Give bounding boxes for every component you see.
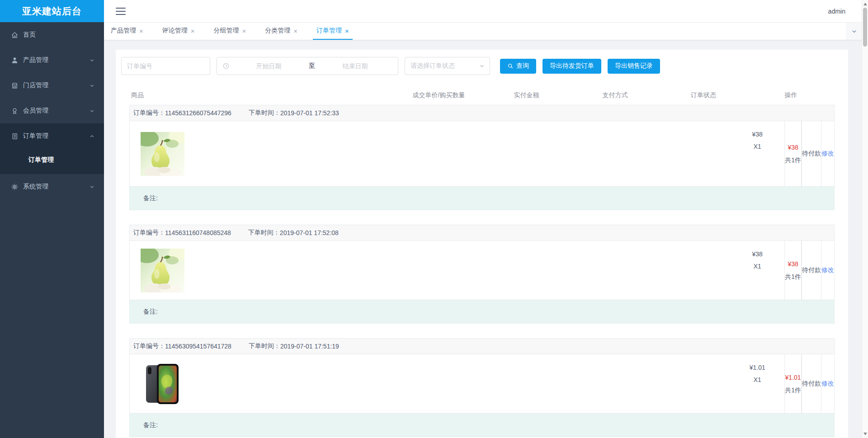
order-no-label: 订单编号： [133,342,165,350]
tab-orders[interactable]: 订单管理 × [313,23,353,40]
scrollbar-up-arrow[interactable] [863,3,867,5]
search-button[interactable]: 查询 [500,59,536,74]
tab-list-dropdown[interactable] [846,23,862,40]
chevron-down-icon [479,63,485,69]
tab-groups[interactable]: 分组管理 × [210,23,250,40]
user-menu[interactable]: admin [828,8,845,15]
paid-amount: ¥38 [785,144,801,151]
column-header-paid-amount: 实付金额 [482,91,571,99]
order-no-value: 1145630954157641728 [165,343,231,350]
sidebar-item-members[interactable]: 会员管理 [0,98,104,123]
chevron-down-icon [89,108,95,114]
paid-amount-block: ¥1.01 共1件 [785,374,801,393]
order-row: ¥38 X1 ¥38 共1件 待付款 修改 [129,121,835,187]
scrollbar-thumb[interactable] [863,8,867,47]
order-remark: 备注: [129,300,835,324]
quantity: X1 [743,143,772,150]
date-range-separator: 至 [306,62,318,70]
paid-amount-block: ¥38 共1件 [785,261,801,280]
close-icon[interactable]: × [293,28,297,34]
orders-card: 至 请选择订单状态 查询 导出待发货订单 导出销售记录 [116,50,848,438]
sidebar-item-label: 系统管理 [23,183,89,191]
edit-order-link[interactable]: 修改 [821,150,834,158]
vertical-scrollbar[interactable] [862,0,868,438]
member-icon [11,107,19,115]
sidebar-group-orders: 订单管理 订单管理 [0,123,104,174]
column-header-product: 商品 [129,91,395,99]
close-icon[interactable]: × [345,28,349,34]
order-no-value: 1145631160748085248 [165,229,231,236]
order-status-select[interactable]: 请选择订单状态 [405,57,490,75]
tab-label: 评论管理 [162,27,188,35]
remark-label: 备注: [143,308,158,316]
sidebar-subitem-order-management[interactable]: 订单管理 [0,149,104,171]
order-no-value: 1145631266075447296 [165,109,231,117]
sidebar-item-products[interactable]: 产品管理 [0,47,104,73]
total-items: 共1件 [785,273,801,280]
order-group: 订单编号：1145630954157641728 下单时间：2019-07-01… [129,338,835,437]
close-icon[interactable]: × [191,28,195,34]
clock-icon [222,62,230,70]
scrollbar-down-arrow[interactable] [863,433,867,435]
chevron-down-icon [89,184,95,190]
date-range-picker[interactable]: 至 [217,57,398,75]
sidebar-item-home[interactable]: 首页 [0,22,104,47]
tab-comments[interactable]: 评论管理 × [159,23,198,40]
quantity: X1 [743,263,772,269]
close-icon[interactable]: × [242,28,246,34]
order-time-value: 2019-07-01 17:52:08 [280,229,339,236]
order-row: ¥1.01 X1 ¥1.01 共1件 待付款 修改 [129,354,835,414]
unit-price-block: ¥38 X1 [743,251,772,269]
sidebar-item-label: 产品管理 [23,56,89,64]
quantity: X1 [743,377,772,383]
unit-price: ¥38 [743,131,772,137]
order-remark: 备注: [129,414,835,437]
column-header-actions: 操作 [747,91,835,99]
unit-price-block: ¥38 X1 [743,131,772,150]
product-image-pear [141,249,184,292]
order-icon [11,132,19,140]
total-items: 共1件 [785,387,801,393]
order-no-label: 订单编号： [133,109,165,117]
user-icon [11,57,19,64]
chevron-down-icon [851,28,858,35]
sidebar: 亚米建站后台 首页 产品管理 门店管理 会员管理 订单管理 [0,0,104,438]
end-date-input[interactable] [318,62,392,70]
edit-order-link[interactable]: 修改 [821,380,834,388]
order-remark: 备注: [129,187,835,210]
sidebar-menu: 首页 产品管理 门店管理 会员管理 订单管理 订单管理 [0,22,104,199]
order-group: 订单编号：1145631266075447296 下单时间：2019-07-01… [129,105,835,210]
export-pending-orders-button[interactable]: 导出待发货订单 [542,59,601,74]
order-time-label: 下单时间： [249,342,280,350]
order-status: 待付款 [802,150,821,158]
column-header-order-status: 订单状态 [660,91,747,99]
filter-row: 至 请选择订单状态 查询 导出待发货订单 导出销售记录 [121,57,835,75]
order-group-header: 订单编号：1145631160748085248 下单时间：2019-07-01… [129,225,835,241]
sidebar-item-stores[interactable]: 门店管理 [0,73,104,98]
shop-icon [11,82,19,89]
sidebar-item-system[interactable]: 系统管理 [0,174,104,199]
tab-label: 订单管理 [316,27,342,35]
sidebar-item-label: 订单管理 [23,132,89,140]
order-no-label: 订单编号： [133,229,165,237]
select-placeholder: 请选择订单状态 [410,62,455,70]
edit-order-link[interactable]: 修改 [821,266,834,274]
total-items: 共1件 [785,157,801,163]
export-sales-records-button[interactable]: 导出销售记录 [608,59,660,74]
start-date-input[interactable] [231,62,306,70]
app-logo: 亚米建站后台 [0,0,104,22]
column-header-payment-method: 支付方式 [571,91,660,99]
tab-products[interactable]: 产品管理 × [107,23,147,40]
order-group: 订单编号：1145631160748085248 下单时间：2019-07-01… [129,225,835,324]
order-no-input[interactable] [121,57,210,75]
order-time-value: 2019-07-01 17:51:19 [280,343,339,350]
tab-categories[interactable]: 分类管理 × [261,23,301,40]
close-icon[interactable]: × [139,28,143,34]
order-time-label: 下单时间： [248,229,280,237]
hamburger-menu-icon[interactable] [116,8,126,15]
order-group-header: 订单编号：1145630954157641728 下单时间：2019-07-01… [129,338,835,354]
sidebar-item-orders[interactable]: 订单管理 [0,123,104,149]
gear-icon [11,183,19,191]
order-time-label: 下单时间： [249,109,280,117]
remark-label: 备注: [143,421,158,429]
